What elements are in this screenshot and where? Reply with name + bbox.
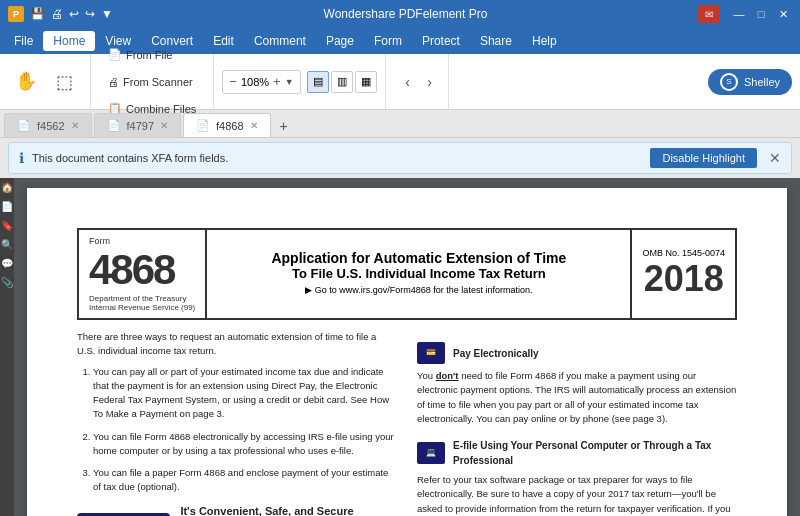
zoom-control[interactable]: − 108% + ▼: [222, 70, 300, 94]
list-item-3: You can file a paper Form 4868 and enclo…: [93, 466, 397, 495]
sidebar-bookmark-icon[interactable]: 🔖: [1, 220, 13, 231]
left-sidebar: 🏠 📄 🔖 🔍 💬 📎: [0, 178, 14, 516]
info-icon: ℹ: [19, 150, 24, 166]
tab-close-f4868[interactable]: ✕: [250, 120, 258, 131]
select-tool-button[interactable]: ⬚: [46, 58, 82, 106]
tab-close-f4797[interactable]: ✕: [160, 120, 168, 131]
menu-help[interactable]: Help: [522, 31, 567, 51]
zoom-in-button[interactable]: +: [273, 74, 281, 89]
window-controls: ✉ — □ ✕: [698, 5, 792, 23]
quick-undo-icon[interactable]: ↩: [69, 7, 79, 21]
section2-header: 💻 E-file Using Your Personal Computer or…: [417, 438, 737, 468]
intro-text: There are three ways to request an autom…: [77, 330, 397, 359]
open-options: 📄 From File 🖨 From Scanner 📋 Combine Fil…: [99, 42, 205, 122]
zoom-out-button[interactable]: −: [229, 74, 237, 89]
file-icon: 📄: [108, 48, 122, 61]
add-tab-button[interactable]: +: [273, 115, 295, 137]
sidebar-home-icon[interactable]: 🏠: [1, 182, 13, 193]
section2-body: Refer to your tax software package or ta…: [417, 473, 737, 516]
tab-f4868[interactable]: 📄 f4868 ✕: [183, 113, 271, 137]
maximize-button[interactable]: □: [752, 5, 770, 23]
cursor-icon: ⬚: [56, 73, 73, 91]
from-file-label: From File: [126, 49, 172, 61]
doc-year: 2018: [644, 258, 724, 300]
user-button[interactable]: S Shelley: [708, 69, 792, 95]
menu-comment[interactable]: Comment: [244, 31, 316, 51]
ribbon-group-open: 📄 From File 🖨 From Scanner 📋 Combine Fil…: [99, 54, 214, 109]
from-scanner-button[interactable]: 🖨 From Scanner: [99, 69, 205, 95]
hand-icon: ✋: [15, 72, 37, 90]
double-page-view-button[interactable]: ▥: [331, 71, 353, 93]
sidebar-comment-icon[interactable]: 💬: [1, 258, 13, 269]
title-bar-left: P 💾 🖨 ↩ ↪ ▼: [8, 6, 113, 22]
zoom-dropdown-icon[interactable]: ▼: [285, 77, 294, 87]
nav-next-button[interactable]: ›: [420, 72, 440, 92]
sidebar-pages-icon[interactable]: 📄: [1, 201, 13, 212]
minimize-button[interactable]: —: [730, 5, 748, 23]
efile-section: IRS e ✦ file It's Convenient, Safe, and …: [77, 503, 397, 517]
hand-tool-button[interactable]: ✋: [8, 58, 44, 106]
close-button[interactable]: ✕: [774, 5, 792, 23]
list-item-1: You can pay all or part of your estimate…: [93, 365, 397, 422]
main-area: 🏠 📄 🔖 🔍 💬 📎 Form 4868 Department of the …: [0, 178, 800, 516]
document-page: Form 4868 Department of the Treasury Int…: [27, 188, 787, 516]
tab-f4562[interactable]: 📄 f4562 ✕: [4, 113, 92, 137]
section1-icon: 💳: [417, 342, 445, 364]
notification-close-button[interactable]: ✕: [769, 150, 781, 166]
menu-edit[interactable]: Edit: [203, 31, 244, 51]
app-icon: P: [8, 6, 24, 22]
doc-title: Application for Automatic Extension of T…: [215, 250, 622, 266]
zoom-value: 108%: [241, 76, 269, 88]
menu-file[interactable]: File: [4, 31, 43, 51]
notification-bar: ℹ This document contains XFA form fields…: [8, 142, 792, 174]
title-bar: P 💾 🖨 ↩ ↪ ▼ Wondershare PDFelement Pro ✉…: [0, 0, 800, 28]
sidebar-attach-icon[interactable]: 📎: [1, 277, 13, 288]
notification-text: This document contains XFA form fields.: [32, 152, 642, 164]
sidebar-search-icon[interactable]: 🔍: [1, 239, 13, 250]
section2-title: E-file Using Your Personal Computer or T…: [453, 438, 737, 468]
section1-header: 💳 Pay Electronically: [417, 342, 737, 364]
tab-f4797[interactable]: 📄 f4797 ✕: [94, 113, 182, 137]
view-buttons: ▤ ▥ ▦: [307, 71, 377, 93]
form-number: 4868: [89, 246, 195, 294]
doc-subtitle: To File U.S. Individual Income Tax Retur…: [215, 266, 622, 281]
quick-save-icon[interactable]: 💾: [30, 7, 45, 21]
section1-body: You don't need to file Form 4868 if you …: [417, 369, 737, 426]
efile-logo: IRS e ✦ file: [77, 513, 170, 517]
email-icon[interactable]: ✉: [698, 5, 720, 23]
ribbon-group-zoom: − 108% + ▼ ▤ ▥ ▦: [222, 54, 385, 109]
menu-home[interactable]: Home: [43, 31, 95, 51]
tab-doc-icon: 📄: [196, 119, 210, 132]
menu-page[interactable]: Page: [316, 31, 364, 51]
tab-close-f4562[interactable]: ✕: [71, 120, 79, 131]
doc-url: ▶ Go to www.irs.gov/Form4868 for the lat…: [215, 285, 622, 295]
from-scanner-label: From Scanner: [123, 76, 193, 88]
section2-icon: 💻: [417, 442, 445, 464]
avatar: S: [720, 73, 738, 91]
quick-customize-icon[interactable]: ▼: [101, 7, 113, 21]
dept-line1: Department of the Treasury: [89, 294, 195, 303]
quick-redo-icon[interactable]: ↪: [85, 7, 95, 21]
scanner-icon: 🖨: [108, 76, 119, 88]
efile-tagline: It's Convenient, Safe, and Secure: [180, 503, 397, 517]
doc-left-column: There are three ways to request an autom…: [77, 330, 397, 516]
menu-protect[interactable]: Protect: [412, 31, 470, 51]
tab-doc-icon: 📄: [107, 119, 121, 132]
quick-print-icon[interactable]: 🖨: [51, 7, 63, 21]
tab-doc-icon: 📄: [17, 119, 31, 132]
menu-form[interactable]: Form: [364, 31, 412, 51]
single-page-view-button[interactable]: ▤: [307, 71, 329, 93]
tab-label: f4562: [37, 120, 65, 132]
nav-prev-button[interactable]: ‹: [398, 72, 418, 92]
dept-line2: Internal Revenue Service (99): [89, 303, 195, 312]
avatar-initial: S: [722, 75, 736, 89]
document-view[interactable]: Form 4868 Department of the Treasury Int…: [14, 178, 800, 516]
ribbon-group-tools: ✋ ⬚: [8, 54, 91, 109]
app-title: Wondershare PDFelement Pro: [113, 7, 698, 21]
disable-highlight-button[interactable]: Disable Highlight: [650, 148, 757, 168]
instruction-list: You can pay all or part of your estimate…: [77, 365, 397, 495]
continuous-view-button[interactable]: ▦: [355, 71, 377, 93]
from-file-button[interactable]: 📄 From File: [99, 42, 205, 68]
menu-share[interactable]: Share: [470, 31, 522, 51]
omb-label: OMB No. 1545-0074: [642, 248, 725, 258]
